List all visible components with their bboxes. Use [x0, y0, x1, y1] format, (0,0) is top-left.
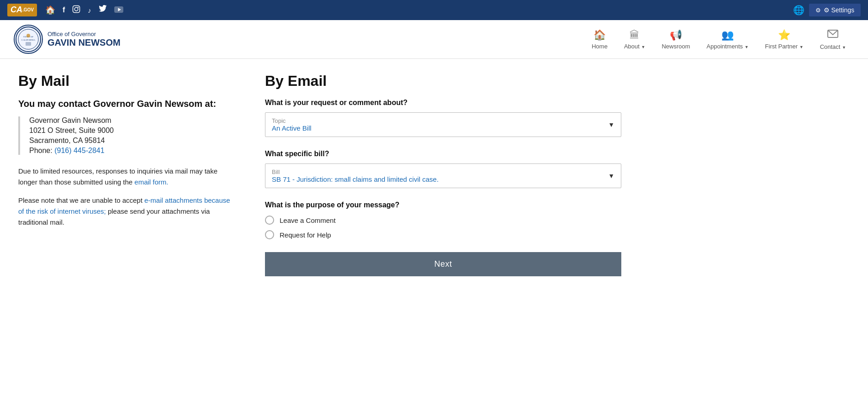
logo-text: Office of Governor GAVIN NEWSOM	[48, 31, 121, 48]
appointments-nav-icon: 👥	[721, 29, 734, 41]
nav-contact[interactable]: Contact ▼	[812, 25, 854, 54]
site-header: STATE OF CALIFORNIA Office of Governor G…	[0, 20, 868, 59]
nav-home[interactable]: 🏠 Home	[583, 26, 616, 53]
svg-point-2	[78, 6, 79, 7]
instagram-icon[interactable]	[72, 5, 80, 16]
nav-first-partner-label: First Partner ▼	[765, 43, 804, 50]
main-content: By Mail You may contact Governor Gavin N…	[0, 59, 640, 290]
top-bar: CA .GOV 🏠 f ♪ 🌐 ⚙ ⚙ Settings	[0, 0, 868, 20]
svg-point-1	[75, 7, 79, 11]
site-logo[interactable]: STATE OF CALIFORNIA Office of Governor G…	[14, 25, 121, 54]
by-mail-section: By Mail You may contact Governor Gavin N…	[18, 73, 238, 276]
topic-dropdown-arrow-icon: ▼	[608, 121, 614, 128]
governor-name: GAVIN NEWSOM	[48, 37, 121, 48]
purpose-label: What is the purpose of your message?	[265, 201, 621, 209]
by-email-heading: By Email	[265, 73, 621, 90]
nav-about[interactable]: 🏛 About ▼	[616, 26, 654, 53]
radio-help-label: Request for Help	[280, 231, 331, 239]
bill-select[interactable]: Bill SB 71 - Jurisdiction: small claims …	[265, 163, 621, 188]
purpose-section: What is the purpose of your message? Lea…	[265, 201, 621, 239]
address-block: Governor Gavin Newsom 1021 O Street, Sui…	[18, 116, 238, 155]
bill-section: What specific bill? Bill SB 71 - Jurisdi…	[265, 150, 621, 188]
newsroom-nav-icon: 📢	[670, 29, 682, 41]
settings-button[interactable]: ⚙ ⚙ Settings	[809, 4, 861, 16]
gear-icon: ⚙	[815, 7, 821, 14]
by-email-section: By Email What is your request or comment…	[265, 73, 621, 276]
nav-contact-label: Contact ▼	[820, 43, 846, 50]
first-partner-nav-icon: ⭐	[778, 29, 790, 41]
top-bar-right: 🌐 ⚙ ⚙ Settings	[793, 4, 861, 16]
bill-hint: Bill	[272, 169, 601, 175]
next-button[interactable]: Next	[265, 252, 621, 276]
radio-leave-comment[interactable]: Leave a Comment	[265, 216, 621, 225]
main-nav: 🏠 Home 🏛 About ▼ 📢 Newsroom 👥 Appointmen…	[583, 25, 854, 54]
mail-note-2-black2: please send your attachments via traditi…	[18, 207, 210, 226]
phone-link[interactable]: (916) 445-2841	[54, 147, 104, 154]
ca-gov-logo[interactable]: CA .GOV	[7, 4, 37, 16]
svg-rect-10	[26, 42, 31, 46]
bill-dropdown-arrow-icon: ▼	[608, 172, 614, 179]
radio-circle-comment	[265, 216, 274, 225]
bill-select-content: Bill SB 71 - Jurisdiction: small claims …	[265, 164, 621, 188]
about-nav-icon: 🏛	[630, 29, 640, 41]
radio-group: Leave a Comment Request for Help	[265, 216, 621, 239]
home-nav-icon: 🏠	[593, 29, 606, 41]
globe-icon[interactable]: 🌐	[793, 5, 804, 16]
address-street: 1021 O Street, Suite 9000	[29, 126, 238, 135]
governor-seal: STATE OF CALIFORNIA	[14, 25, 43, 54]
office-label: Office of Governor	[48, 31, 121, 37]
top-bar-left: CA .GOV 🏠 f ♪	[7, 4, 123, 16]
svg-rect-0	[73, 5, 80, 12]
about-arrow-icon: ▼	[641, 45, 645, 49]
mail-note-1-black: Due to limited resources, responses to i…	[18, 167, 217, 186]
bill-label: What specific bill?	[265, 150, 621, 158]
radio-circle-help	[265, 230, 274, 239]
nav-newsroom[interactable]: 📢 Newsroom	[653, 26, 698, 53]
social-icons: 🏠 f ♪	[45, 5, 123, 16]
home-icon[interactable]: 🏠	[45, 5, 55, 15]
facebook-icon[interactable]: f	[63, 6, 65, 14]
mail-note-2: Please note that we are unable to accept…	[18, 195, 238, 228]
topic-value: An Active Bill	[272, 124, 601, 132]
contact-arrow-icon: ▼	[842, 45, 846, 50]
bill-value: SB 71 - Jurisdiction: small claims and l…	[272, 175, 601, 183]
nav-about-label: About ▼	[624, 43, 646, 50]
topic-select-content: Topic An Active Bill	[265, 113, 621, 137]
youtube-icon[interactable]	[114, 5, 123, 15]
phone-label: Phone:	[29, 147, 54, 154]
nav-appointments[interactable]: 👥 Appointments ▼	[699, 26, 757, 53]
svg-point-9	[26, 34, 30, 37]
nav-newsroom-label: Newsroom	[662, 43, 690, 50]
mail-note-1: Due to limited resources, responses to i…	[18, 166, 238, 188]
appointments-arrow-icon: ▼	[745, 45, 749, 49]
svg-text:CALIFORNIA: CALIFORNIA	[21, 39, 36, 41]
radio-request-help[interactable]: Request for Help	[265, 230, 621, 239]
by-mail-heading: By Mail	[18, 73, 238, 90]
first-partner-arrow-icon: ▼	[799, 45, 804, 49]
nav-appointments-label: Appointments ▼	[707, 43, 749, 50]
topic-hint: Topic	[272, 117, 601, 124]
twitter-icon[interactable]	[99, 5, 107, 16]
address-phone: Phone: (916) 445-2841	[29, 147, 238, 155]
address-city: Sacramento, CA 95814	[29, 137, 238, 145]
topic-section: What is your request or comment about? T…	[265, 99, 621, 137]
radio-comment-label: Leave a Comment	[280, 216, 336, 224]
nav-first-partner[interactable]: ⭐ First Partner ▼	[757, 26, 812, 53]
ca-logo-gov: .GOV	[22, 7, 34, 13]
nav-home-label: Home	[592, 43, 608, 50]
address-name: Governor Gavin Newsom	[29, 116, 238, 125]
settings-label: ⚙ Settings	[824, 6, 854, 14]
request-label: What is your request or comment about?	[265, 99, 621, 107]
topic-select[interactable]: Topic An Active Bill ▼	[265, 112, 621, 137]
tiktok-icon[interactable]: ♪	[88, 6, 91, 14]
ca-logo-ca: CA	[11, 5, 22, 15]
contact-nav-icon	[827, 29, 838, 42]
mail-note-2-black: Please note that we are unable to accept	[18, 196, 144, 204]
by-mail-subheading: You may contact Governor Gavin Newsom at…	[18, 99, 238, 109]
